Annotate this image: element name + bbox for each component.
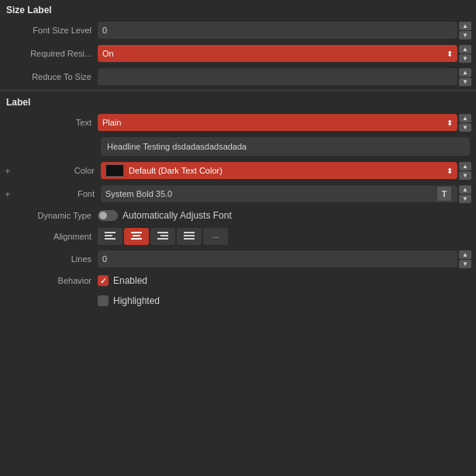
lines-row: Lines ▲ ▼ [0, 247, 476, 271]
reduce-to-size-content: ▲ ▼ [98, 67, 471, 86]
font-size-level-input[interactable] [98, 22, 457, 39]
alignment-content: --- [98, 228, 471, 245]
dynamic-type-label: Dynamic Type [5, 211, 98, 220]
lines-decrement[interactable]: ▼ [459, 260, 471, 268]
text-select[interactable]: Plain ⬍ [98, 114, 457, 131]
required-resizing-steppers: ▲ ▼ [459, 44, 471, 63]
behavior-label: Behavior [5, 276, 98, 285]
panel: Size Label Font Size Level ▲ ▼ Required … [0, 0, 476, 311]
align-center-button[interactable] [124, 228, 149, 245]
behavior-highlighted-content: Highlighted [98, 295, 471, 306]
svg-rect-3 [131, 232, 142, 233]
headline-row [0, 134, 476, 159]
required-resizing-value: On [102, 49, 447, 58]
svg-rect-0 [105, 232, 116, 233]
svg-rect-5 [131, 238, 142, 240]
color-increment[interactable]: ▲ [459, 162, 471, 171]
color-row: + Color Default (Dark Text Color) ⬍ ▲ ▼ [0, 159, 476, 182]
svg-rect-2 [105, 238, 116, 240]
reduce-to-size-decrement[interactable]: ▼ [459, 78, 471, 86]
font-size-level-decrement[interactable]: ▼ [459, 31, 471, 40]
color-arrow-icon: ⬍ [447, 167, 453, 175]
font-row: + Font System Bold 35.0 T ▲ ▼ [0, 182, 476, 205]
lines-steppers: ▲ ▼ [459, 250, 471, 268]
align-right-button[interactable] [150, 228, 175, 245]
font-decrement[interactable]: ▼ [459, 195, 471, 203]
alignment-group: --- [98, 228, 471, 245]
required-resizing-increment[interactable]: ▲ [459, 45, 471, 53]
behavior-enabled-content: ✓ Enabled [98, 275, 471, 286]
color-value: Default (Dark Text Color) [129, 166, 447, 175]
required-resizing-content: On ⬍ ▲ ▼ [98, 44, 471, 63]
reduce-to-size-label: Reduce To Size [5, 72, 98, 81]
text-arrow-icon: ⬍ [447, 119, 453, 127]
dynamic-type-toggle[interactable] [98, 210, 118, 221]
font-size-level-label: Font Size Level [5, 26, 98, 35]
checkmark-icon: ✓ [100, 277, 106, 285]
font-value: System Bold 35.0 [105, 189, 437, 198]
lines-stepper: ▲ ▼ [98, 250, 471, 268]
align-left-button[interactable] [98, 228, 122, 245]
svg-rect-11 [184, 238, 195, 240]
font-size-level-steppers: ▲ ▼ [459, 21, 471, 40]
text-value: Plain [102, 118, 447, 127]
reduce-to-size-row: Reduce To Size ▲ ▼ [0, 65, 476, 88]
font-size-level-increment[interactable]: ▲ [459, 22, 471, 30]
font-plus-icon: + [5, 188, 14, 200]
lines-input[interactable] [98, 250, 457, 267]
color-content: Default (Dark Text Color) ⬍ ▲ ▼ [101, 161, 471, 180]
reduce-to-size-steppers: ▲ ▼ [459, 67, 471, 86]
font-T-icon: T [437, 187, 451, 201]
font-size-level-content: ▲ ▼ [98, 21, 471, 40]
font-field[interactable]: System Bold 35.0 T [101, 185, 457, 202]
required-resizing-decrement[interactable]: ▼ [459, 54, 471, 63]
font-size-level-stepper: ▲ ▼ [98, 21, 471, 40]
text-increment[interactable]: ▲ [459, 114, 471, 122]
reduce-to-size-increment[interactable]: ▲ [459, 68, 471, 77]
alignment-label: Alignment [5, 232, 98, 241]
color-select[interactable]: Default (Dark Text Color) ⬍ [101, 162, 457, 179]
color-steppers: ▲ ▼ [459, 161, 471, 180]
color-label: Color [17, 166, 101, 175]
lines-increment[interactable]: ▲ [459, 250, 471, 259]
label-section-header: Label [0, 92, 476, 111]
dynamic-type-content: Automatically Adjusts Font [98, 210, 471, 221]
svg-rect-10 [184, 235, 195, 236]
align-none-button[interactable]: --- [203, 228, 228, 245]
toggle-knob [99, 212, 107, 219]
size-label-section-header: Size Label [0, 0, 476, 19]
align-justify-button[interactable] [177, 228, 202, 245]
highlighted-checkbox[interactable] [98, 295, 109, 306]
svg-rect-7 [160, 235, 168, 236]
highlighted-label: Highlighted [113, 295, 160, 306]
font-content: System Bold 35.0 T ▲ ▼ [101, 185, 471, 203]
reduce-to-size-stepper: ▲ ▼ [98, 67, 471, 86]
color-plus-icon: + [5, 165, 14, 177]
dynamic-type-row: Dynamic Type Automatically Adjusts Font [0, 205, 476, 226]
svg-rect-9 [184, 232, 195, 233]
text-decrement[interactable]: ▼ [459, 123, 471, 132]
svg-rect-6 [157, 232, 168, 233]
color-decrement[interactable]: ▼ [459, 171, 471, 180]
required-resizing-row: Required Resi... On ⬍ ▲ ▼ [0, 42, 476, 65]
required-resizing-label: Required Resi... [5, 49, 98, 58]
font-size-level-row: Font Size Level ▲ ▼ [0, 19, 476, 42]
required-resizing-select[interactable]: On ⬍ [98, 45, 457, 62]
font-label: Font [17, 189, 101, 198]
dynamic-type-value: Automatically Adjusts Font [122, 210, 232, 221]
text-row: Text Plain ⬍ ▲ ▼ [0, 111, 476, 134]
enabled-checkbox[interactable]: ✓ [98, 275, 109, 286]
font-increment[interactable]: ▲ [459, 185, 471, 194]
svg-rect-8 [157, 238, 168, 240]
color-swatch [105, 164, 124, 177]
lines-content: ▲ ▼ [98, 250, 471, 268]
svg-rect-4 [133, 235, 140, 236]
text-content: Plain ⬍ ▲ ▼ [98, 113, 471, 132]
required-resizing-arrow-icon: ⬍ [447, 50, 453, 58]
headline-text-input[interactable] [101, 137, 470, 156]
behavior-highlighted-row: Highlighted [0, 291, 476, 311]
reduce-to-size-input[interactable] [98, 68, 457, 85]
svg-rect-1 [105, 235, 112, 236]
lines-label: Lines [5, 254, 98, 264]
font-steppers: ▲ ▼ [459, 185, 471, 203]
